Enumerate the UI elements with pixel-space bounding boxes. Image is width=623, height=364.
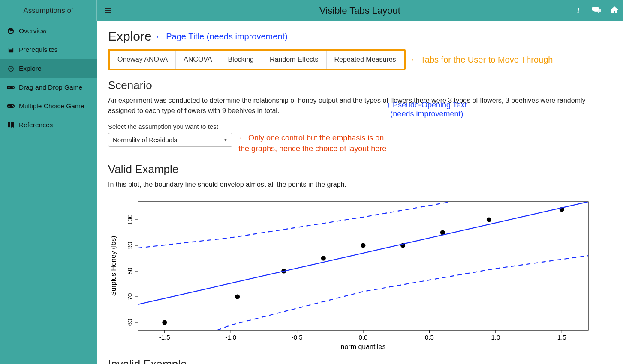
valid-example-heading: Valid Example bbox=[108, 163, 612, 176]
tab-repeated-measures[interactable]: Repeated Measures bbox=[327, 51, 404, 69]
scenario-text: An experiment was conducted to determine… bbox=[108, 95, 588, 116]
tabs-container: Oneway ANOVA ANCOVA Blocking Random Effe… bbox=[108, 49, 406, 70]
chat-button[interactable] bbox=[587, 0, 605, 21]
chat-icon bbox=[592, 6, 601, 15]
main: Visible Tabs Layout i Expl bbox=[97, 0, 623, 364]
home-button[interactable] bbox=[605, 0, 623, 21]
svg-rect-15 bbox=[105, 8, 111, 9]
svg-text:0.5: 0.5 bbox=[425, 334, 434, 341]
home-icon bbox=[611, 6, 618, 15]
hamburger-icon bbox=[105, 6, 111, 15]
svg-rect-1 bbox=[9, 48, 12, 48]
svg-point-7 bbox=[13, 87, 14, 88]
svg-rect-16 bbox=[105, 10, 111, 11]
tab-blocking[interactable]: Blocking bbox=[220, 51, 262, 69]
svg-point-6 bbox=[12, 87, 13, 87]
dashboard-icon bbox=[7, 27, 15, 34]
svg-point-50 bbox=[361, 243, 366, 248]
target-icon bbox=[7, 66, 15, 72]
svg-text:Surplus Honey (lbs): Surplus Honey (lbs) bbox=[110, 236, 117, 296]
topbar: Visible Tabs Layout i bbox=[97, 0, 623, 21]
svg-text:-1.5: -1.5 bbox=[159, 334, 170, 341]
topbar-title: Visible Tabs Layout bbox=[97, 5, 623, 16]
svg-text:1.0: 1.0 bbox=[491, 334, 500, 341]
info-icon: i bbox=[577, 7, 579, 15]
svg-rect-2 bbox=[9, 49, 12, 50]
scenario-heading: Scenario bbox=[108, 79, 612, 92]
gamepad-icon bbox=[7, 104, 15, 109]
sidebar-item-label: Drag and Drop Game bbox=[19, 84, 82, 91]
svg-text:norm quantiles: norm quantiles bbox=[341, 343, 386, 350]
sidebar-item-explore[interactable]: Explore bbox=[0, 59, 97, 78]
svg-point-47 bbox=[235, 295, 240, 299]
sidebar-item-overview[interactable]: Overview bbox=[0, 21, 97, 40]
svg-text:60: 60 bbox=[126, 319, 133, 326]
page-title: Explore bbox=[108, 29, 152, 44]
sidebar: Assumptions of Overview Prerequisites Ex… bbox=[0, 0, 97, 364]
sidebar-nav: Overview Prerequisites Explore Drag and … bbox=[0, 21, 97, 134]
valid-example-text: In this plot, the boundary line should e… bbox=[108, 179, 588, 190]
svg-text:80: 80 bbox=[126, 268, 133, 275]
svg-text:-0.5: -0.5 bbox=[292, 334, 303, 341]
sidebar-title: Assumptions of bbox=[0, 0, 97, 21]
svg-text:1.5: 1.5 bbox=[557, 334, 566, 341]
svg-point-11 bbox=[12, 105, 13, 106]
sidebar-item-prerequisites[interactable]: Prerequisites bbox=[0, 40, 97, 59]
sidebar-item-label: References bbox=[19, 121, 53, 129]
svg-point-46 bbox=[162, 320, 167, 325]
assumption-select-value: Normality of Residuals bbox=[113, 136, 177, 143]
svg-rect-9 bbox=[9, 87, 9, 88]
chevron-down-icon: ▼ bbox=[223, 137, 228, 142]
menu-toggle-button[interactable] bbox=[97, 0, 118, 21]
svg-rect-18 bbox=[138, 202, 588, 330]
sidebar-item-label: Multiple Choice Game bbox=[19, 102, 84, 110]
svg-point-49 bbox=[321, 256, 326, 261]
sidebar-item-label: Overview bbox=[19, 27, 47, 35]
book-icon bbox=[7, 47, 15, 53]
svg-rect-17 bbox=[105, 12, 111, 13]
bookmarks-icon bbox=[7, 122, 15, 128]
svg-text:-1.0: -1.0 bbox=[225, 334, 236, 341]
sidebar-item-label: Explore bbox=[19, 65, 42, 72]
annotation-control: ← Only one control but the emphasis is o… bbox=[238, 133, 386, 154]
svg-text:100: 100 bbox=[126, 215, 133, 225]
svg-point-12 bbox=[13, 106, 14, 107]
tab-oneway-anova[interactable]: Oneway ANOVA bbox=[110, 51, 176, 69]
content-area: Explore ← Page Title (needs improvement)… bbox=[97, 21, 623, 364]
sidebar-item-drag-drop-game[interactable]: Drag and Drop Game bbox=[0, 78, 97, 97]
sidebar-item-references[interactable]: References bbox=[0, 116, 97, 134]
svg-text:90: 90 bbox=[126, 242, 133, 249]
assumption-select[interactable]: Normality of Residuals ▼ bbox=[108, 133, 232, 147]
annotation-opening-text: ↑ Pseudo-Opening Text (needs improvement… bbox=[387, 101, 467, 119]
sidebar-item-label: Prerequisites bbox=[19, 46, 57, 54]
gamepad-icon bbox=[7, 85, 15, 90]
invalid-example-heading: Invalid Example bbox=[108, 358, 612, 364]
qq-plot: -1.5-1.0-0.50.00.51.01.560708090100norm … bbox=[108, 197, 612, 352]
tab-ancova[interactable]: ANCOVA bbox=[176, 51, 220, 69]
sidebar-item-multiple-choice-game[interactable]: Multiple Choice Game bbox=[0, 97, 97, 116]
svg-text:70: 70 bbox=[126, 293, 133, 301]
svg-point-4 bbox=[10, 68, 12, 69]
svg-point-53 bbox=[487, 218, 491, 222]
info-button[interactable]: i bbox=[569, 0, 587, 21]
annotation-page-title: ← Page Title (needs improvement) bbox=[155, 32, 288, 42]
annotation-tabs: ← Tabs for the User to Move Through bbox=[410, 55, 553, 65]
svg-text:0.0: 0.0 bbox=[359, 334, 368, 341]
tab-random-effects[interactable]: Random Effects bbox=[262, 51, 327, 69]
svg-rect-14 bbox=[9, 105, 9, 107]
assumption-select-label: Select the assumption you want to test bbox=[108, 123, 612, 130]
